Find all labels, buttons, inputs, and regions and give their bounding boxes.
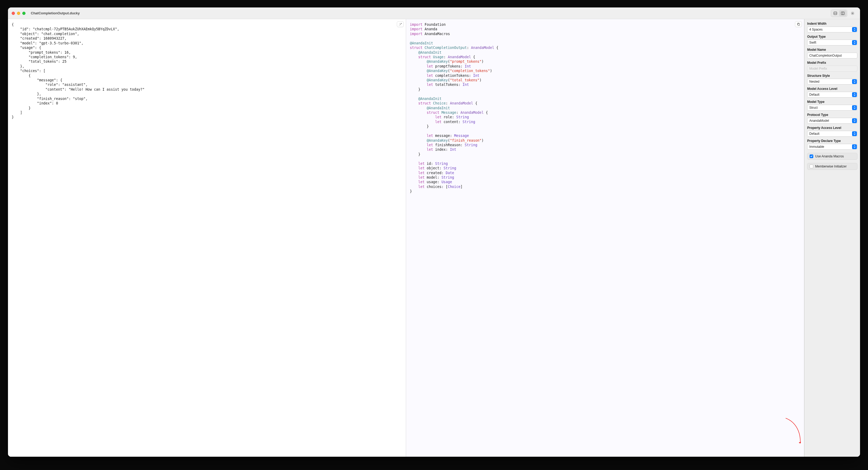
label-model-access-level: Model Access Level — [807, 87, 857, 91]
field-protocol-type: Protocol Type AnandaModel — [807, 113, 857, 124]
format-json-button[interactable] — [397, 21, 404, 27]
label-indent-width: Indent Width — [807, 22, 857, 26]
checkbox-memberwise-init-label: Memberwise Initializer — [815, 165, 847, 168]
checkbox-memberwise-init[interactable]: Memberwise Initializer — [807, 163, 857, 170]
svg-rect-5 — [798, 23, 800, 25]
titlebar-right-controls — [831, 9, 856, 17]
checkbox-use-ananda-macros[interactable]: Use Ananda Macros — [807, 153, 857, 160]
select-output-type-value: Swift — [809, 41, 816, 45]
json-pane[interactable]: { "id": "chatcmpl-72yPTB5AukZUhXAEmkQy5B… — [8, 19, 406, 457]
chevron-updown-icon — [852, 144, 857, 149]
select-model-type[interactable]: Struct — [807, 105, 857, 111]
copy-output-button[interactable] — [795, 21, 802, 27]
checkbox-use-ananda-macros-label: Use Ananda Macros — [815, 154, 844, 158]
field-indent-width: Indent Width 4 Spaces — [807, 22, 857, 32]
chevron-updown-icon — [852, 79, 857, 84]
select-model-type-value: Struct — [809, 106, 817, 110]
select-property-access-level-value: Default — [809, 132, 819, 136]
swift-output-code[interactable]: import Foundation import Ananda import A… — [406, 19, 804, 198]
field-model-access-level: Model Access Level Default — [807, 87, 857, 97]
select-property-declare-type-value: Immutable — [809, 145, 824, 149]
traffic-lights — [12, 12, 26, 15]
copy-icon — [797, 23, 800, 26]
json-source-code[interactable]: { "id": "chatcmpl-72yPTB5AukZUhXAEmkQy5B… — [8, 19, 406, 123]
label-structure-style: Structure Style — [807, 74, 857, 78]
chevron-updown-icon — [852, 105, 857, 110]
window-close-button[interactable] — [12, 12, 15, 15]
chevron-updown-icon — [852, 27, 857, 32]
field-property-declare-type: Property Declare Type Immutable — [807, 139, 857, 150]
label-model-prefix: Model Prefix — [807, 61, 857, 65]
chevron-updown-icon — [852, 131, 857, 136]
output-pane[interactable]: import Foundation import Ananda import A… — [406, 19, 804, 457]
select-structure-style-value: Nested — [809, 80, 819, 84]
label-output-type: Output Type — [807, 35, 857, 38]
field-structure-style: Structure Style Nested — [807, 74, 857, 85]
field-output-type: Output Type Swift — [807, 35, 857, 46]
select-property-declare-type[interactable]: Immutable — [807, 144, 857, 150]
window-zoom-button[interactable] — [22, 12, 26, 15]
label-model-type: Model Type — [807, 100, 857, 104]
field-model-name: Model Name ChatCompletionOutput — [807, 48, 857, 58]
svg-point-4 — [852, 13, 853, 14]
input-model-name-value: ChatCompletionOutput — [809, 54, 842, 57]
checkbox-icon — [810, 154, 813, 158]
label-model-name: Model Name — [807, 48, 857, 52]
window-title: ChatCompletionOutput.ducky — [31, 11, 80, 15]
annotation-arrow — [779, 417, 803, 446]
label-property-declare-type: Property Declare Type — [807, 139, 857, 143]
titlebar: ChatCompletionOutput.ducky — [8, 7, 860, 19]
select-model-access-level-value: Default — [809, 93, 819, 96]
wand-icon — [399, 23, 402, 26]
window-body: { "id": "chatcmpl-72yPTB5AukZUhXAEmkQy5B… — [8, 19, 860, 457]
select-protocol-type-value: AnandaModel — [809, 119, 829, 122]
input-model-prefix-placeholder: Model Prefix — [809, 67, 827, 70]
settings-sidebar: Indent Width 4 Spaces Output Type Swift … — [804, 19, 860, 457]
field-model-type: Model Type Struct — [807, 100, 857, 111]
checkbox-icon — [810, 165, 813, 168]
select-indent-width[interactable]: 4 Spaces — [807, 27, 857, 32]
field-property-access-level: Property Access Level Default — [807, 126, 857, 137]
select-structure-style[interactable]: Nested — [807, 79, 857, 85]
field-model-prefix: Model Prefix Model Prefix — [807, 61, 857, 71]
chevron-updown-icon — [852, 118, 857, 123]
input-model-prefix[interactable]: Model Prefix — [807, 66, 857, 71]
select-model-access-level[interactable]: Default — [807, 92, 857, 97]
label-property-access-level: Property Access Level — [807, 126, 857, 130]
layout-segmented-control[interactable] — [831, 9, 847, 17]
layout-stacked-icon[interactable] — [832, 10, 839, 16]
settings-button[interactable] — [849, 10, 856, 17]
select-protocol-type[interactable]: AnandaModel — [807, 118, 857, 124]
label-protocol-type: Protocol Type — [807, 113, 857, 117]
select-property-access-level[interactable]: Default — [807, 131, 857, 137]
select-indent-width-value: 4 Spaces — [809, 28, 823, 31]
chevron-updown-icon — [852, 40, 857, 45]
select-output-type[interactable]: Swift — [807, 39, 857, 46]
chevron-updown-icon — [852, 92, 857, 97]
layout-columns-icon[interactable] — [839, 10, 846, 16]
input-model-name[interactable]: ChatCompletionOutput — [807, 53, 857, 58]
window-minimize-button[interactable] — [17, 12, 20, 15]
gear-icon — [851, 11, 855, 15]
app-window: ChatCompletionOutput.ducky — [8, 7, 860, 457]
